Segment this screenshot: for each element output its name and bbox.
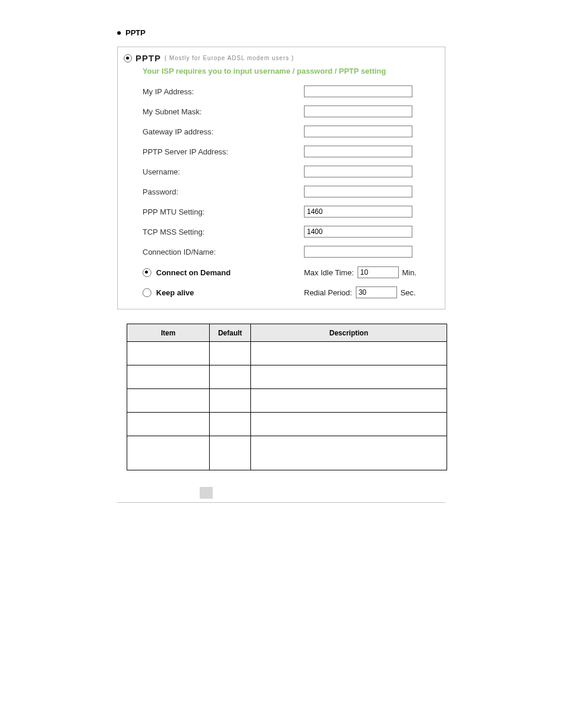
input-max-idle[interactable] [358, 266, 399, 278]
row-server: PPTP Server IP Address: [143, 144, 439, 159]
input-username[interactable] [304, 166, 412, 177]
bullet-icon [117, 31, 121, 35]
label-connect-on-demand: Connect on Demand [156, 268, 230, 277]
label-mtu: PPP MTU Setting: [143, 207, 304, 216]
table-row [127, 342, 447, 365]
cell-default [210, 342, 251, 365]
row-username: Username: [143, 164, 439, 179]
label-gateway: Gateway IP address: [143, 127, 304, 136]
cell-default [210, 389, 251, 413]
label-redial: Redial Period: [304, 288, 352, 297]
cell-description [251, 413, 447, 436]
label-subnet: My Subnet Mask: [143, 107, 304, 116]
input-my-ip[interactable] [304, 85, 412, 97]
row-password: Password: [143, 184, 439, 199]
input-mss[interactable] [304, 226, 412, 238]
max-idle-group: Max Idle Time: Min. [304, 266, 416, 278]
cell-item [127, 365, 210, 389]
row-gateway: Gateway IP address: [143, 124, 439, 139]
row-mss: TCP MSS Setting: [143, 224, 439, 239]
row-conn-id: Connection ID/Name: [143, 244, 439, 259]
unit-sec: Sec. [401, 288, 416, 297]
row-connect-on-demand: Connect on Demand Max Idle Time: Min. [143, 265, 439, 279]
table-row [127, 413, 447, 436]
description-table: Item Default Description [127, 324, 447, 470]
input-subnet[interactable] [304, 106, 412, 117]
radio-keep-alive[interactable] [143, 288, 151, 297]
header-default: Default [210, 324, 251, 342]
cell-description [251, 436, 447, 470]
row-subnet: My Subnet Mask: [143, 104, 439, 119]
input-redial[interactable] [356, 286, 397, 298]
input-gateway[interactable] [304, 126, 412, 137]
row-keep-alive: Keep alive Redial Period: Sec. [143, 285, 439, 299]
label-my-ip: My IP Address: [143, 87, 304, 96]
input-mtu[interactable] [304, 206, 412, 218]
row-mtu: PPP MTU Setting: [143, 204, 439, 219]
pptp-mode-radio[interactable] [124, 54, 132, 62]
input-conn-id[interactable] [304, 246, 412, 258]
pptp-mode-row: PPTP ( Mostly for Europe ADSL modem user… [124, 53, 439, 63]
pptp-title: PPTP [135, 53, 161, 63]
label-max-idle: Max Idle Time: [304, 268, 354, 277]
table-row [127, 365, 447, 389]
pptp-form-panel: PPTP ( Mostly for Europe ADSL modem user… [117, 47, 445, 309]
header-description: Description [251, 324, 447, 342]
cell-description [251, 342, 447, 365]
label-password: Password: [143, 187, 304, 196]
header-item: Item [127, 324, 210, 342]
cell-item [127, 436, 210, 470]
page-number [200, 487, 213, 499]
label-conn-id: Connection ID/Name: [143, 248, 304, 256]
page-divider [117, 502, 445, 503]
radio-connect-on-demand[interactable] [143, 268, 151, 277]
input-server[interactable] [304, 146, 412, 157]
unit-min: Min. [402, 268, 417, 277]
option-keep-alive[interactable]: Keep alive [143, 288, 304, 297]
option-connect-on-demand[interactable]: Connect on Demand [143, 268, 304, 277]
redial-group: Redial Period: Sec. [304, 286, 416, 298]
label-mss: TCP MSS Setting: [143, 228, 304, 236]
cell-item [127, 389, 210, 413]
cell-default [210, 436, 251, 470]
table-row [127, 436, 447, 470]
cell-description [251, 389, 447, 413]
section-heading-text: PPTP [125, 28, 146, 37]
page: PPTP PPTP ( Mostly for Europe ADSL modem… [0, 0, 562, 503]
cell-description [251, 365, 447, 389]
input-password[interactable] [304, 186, 412, 197]
cell-item [127, 413, 210, 436]
cell-default [210, 365, 251, 389]
table-row [127, 389, 447, 413]
label-keep-alive: Keep alive [156, 288, 194, 297]
cell-item [127, 342, 210, 365]
pptp-subtitle: ( Mostly for Europe ADSL modem users ) [164, 55, 294, 61]
cell-default [210, 413, 251, 436]
row-my-ip: My IP Address: [143, 84, 439, 99]
isp-requirement-text: Your ISP requires you to input username … [143, 67, 439, 75]
label-server: PPTP Server IP Address: [143, 147, 304, 156]
table-header-row: Item Default Description [127, 324, 447, 342]
section-heading: PPTP [117, 28, 562, 37]
label-username: Username: [143, 167, 304, 176]
